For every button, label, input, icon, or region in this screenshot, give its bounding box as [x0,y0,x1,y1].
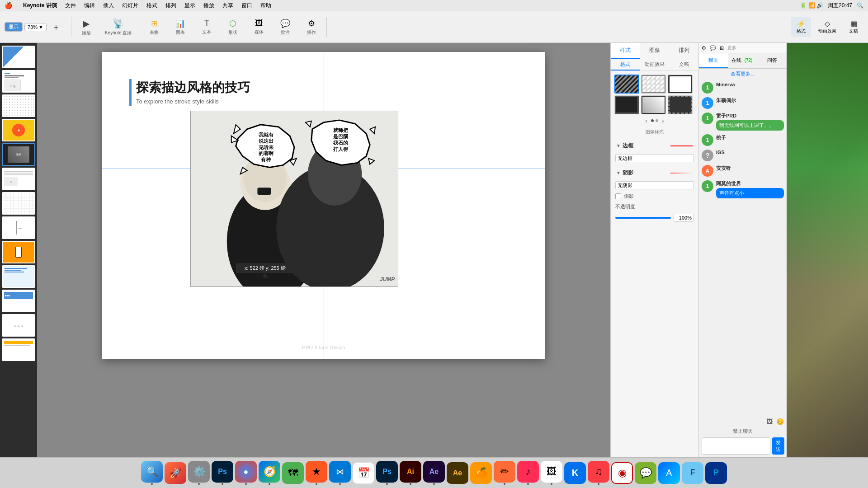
slide-thumb-11[interactable]: ■■■ [2,290,35,312]
menu-share[interactable]: 共享 [222,2,233,9]
chat-image-icon[interactable]: 🖼 [766,418,773,425]
shape-btn[interactable]: ⬡ 形状 [222,17,244,38]
slide-thumb-8[interactable]: — [2,216,35,239]
dock-appstore[interactable]: A [658,462,680,484]
menu-edit[interactable]: 编辑 [84,2,95,9]
keynote-live-btn[interactable]: 📡 Keynote 直播 [101,16,135,38]
chat-tab-qa[interactable]: 问答 [757,53,787,68]
table-btn[interactable]: ⊞ 表格 [143,17,165,38]
menu-play[interactable]: 播放 [203,2,214,9]
menu-slide[interactable]: 幻灯片 [122,2,138,9]
slide-thumb-6[interactable]: ⊞ [2,168,35,190]
border-collapse-btn[interactable]: ▼ [616,143,621,148]
dock-photos[interactable]: 🖼 [541,461,562,485]
reflection-checkbox[interactable] [615,193,621,199]
search-icon[interactable]: 🔍 [857,2,863,9]
dock-ps[interactable]: Ps [212,461,233,485]
chart-btn[interactable]: 📊 图表 [169,17,192,38]
img-sub-animate[interactable]: 动画效果 [640,59,670,70]
comment-btn[interactable]: 💬 批注 [274,17,297,38]
slide-thumb-5[interactable]: 漫画 [2,143,35,166]
view-show-btn[interactable]: 显示 [5,23,22,31]
style-thumb-3[interactable] [668,75,693,94]
see-more-btn[interactable]: 查看更多... [699,69,787,79]
slide-thumb-9[interactable] [2,241,35,263]
slide-thumb-12[interactable]: ▲▲▲ [2,314,35,337]
chat-settings-icon[interactable]: ⚙ [702,45,706,51]
format-tab-btn[interactable]: ⚡ 格式 [791,17,811,37]
play-btn[interactable]: ▶ 播放 [75,16,98,38]
dock-ae[interactable]: Ae [423,461,445,485]
chat-tab-online[interactable]: 在线 (72) [728,53,758,68]
dock-chrome[interactable]: ● [235,461,257,485]
menu-insert[interactable]: 插入 [103,2,114,9]
dock-finder2[interactable]: F [682,462,703,484]
panel-tab-style[interactable]: 样式 [611,43,640,59]
dock-orange[interactable]: 🍊 [470,462,492,484]
slide-title[interactable]: 探索描边风格的技巧 [136,79,250,96]
slide-subtitle[interactable]: To explore the stroke style skills [136,98,250,105]
zoom-control[interactable]: 73% ▼ [24,23,47,31]
chat-send-btn[interactable]: 发送 [772,437,784,455]
img-sub-format[interactable]: 格式 [611,59,640,70]
dock-netease[interactable]: ♫ [588,461,609,485]
apple-menu[interactable]: 🍎 [5,2,12,9]
dock-music[interactable]: ♪ [517,461,539,485]
dock-ai[interactable]: Ai [400,461,421,485]
dock-safari[interactable]: 🧭 [259,461,280,485]
dock-ps2[interactable]: Ps [376,461,398,485]
dock-aero[interactable]: Ae [447,462,468,484]
chat-emoji-icon[interactable]: 😊 [776,418,784,425]
dock-calendar[interactable]: 📅 [353,462,374,484]
dock-maps[interactable]: 🗺 [282,462,304,484]
menu-display[interactable]: 显示 [184,2,195,9]
style-thumb-1[interactable] [614,75,639,94]
shadow-collapse-btn[interactable]: ▼ [616,170,621,175]
chat-input-field[interactable] [702,437,770,455]
img-sub-document[interactable]: 文稿 [669,59,698,70]
disable-chat-btn[interactable]: 禁止聊天 [702,427,784,436]
menu-arrange[interactable]: 排列 [165,2,176,9]
dock-edge[interactable]: ⋈ [329,461,351,485]
chat-chat-icon[interactable]: 💬 [710,45,716,51]
panel-tab-image[interactable]: 图像 [640,43,670,59]
slide-thumb-2[interactable]: img [2,70,35,93]
slide-thumb-4[interactable]: ★ [2,119,35,141]
panel-tab-arrange[interactable]: 排列 [669,43,698,59]
slide-thumb-1[interactable] [2,46,35,68]
manga-image[interactable]: 我就有 说这出 见听来 的著啊 有种 就稀把 是巴陨 我石的 打人得 [190,111,398,287]
nav-next[interactable]: › [660,116,666,125]
dock-paypal[interactable]: P [705,462,727,484]
operate-btn[interactable]: ⚙ 操作 [300,17,323,38]
media-btn[interactable]: 🖼 媒体 [248,17,270,38]
chat-group-icon[interactable]: ⊞ [720,45,724,51]
menu-file[interactable]: 文件 [65,2,76,9]
slide-thumb-7[interactable] [2,192,35,215]
slide-thumb-3[interactable] [2,94,35,117]
opacity-slider[interactable] [615,217,671,219]
shadow-select[interactable]: 无阴影 [615,181,694,189]
view-toggle[interactable]: 显示 [5,22,23,32]
style-thumb-2[interactable] [641,75,666,94]
style-thumb-5[interactable] [641,95,666,114]
opacity-input[interactable] [674,214,694,222]
dock-sysprefs[interactable]: ⚙️ [188,461,210,485]
document-tab-btn[interactable]: ▦ 文稿 [844,17,863,37]
menu-help[interactable]: 帮助 [260,2,271,9]
dock-stars[interactable]: ★ [306,461,327,485]
menu-format[interactable]: 格式 [146,2,157,9]
border-select[interactable]: 无边框 [615,154,694,162]
dock-circle-red[interactable]: ◉ [611,462,633,484]
dock-launchpad[interactable]: 🚀 [165,462,186,484]
menu-app[interactable]: Keynote 讲演 [23,2,57,9]
dock-keynote[interactable]: K [564,462,586,484]
chat-tab-chat[interactable]: 聊天 [699,53,728,68]
dock-wechat[interactable]: 💬 [635,462,656,484]
text-btn[interactable]: T 文本 [195,17,218,38]
slide-thumb-10[interactable] [2,265,35,288]
dock-tool[interactable]: ✏ [494,461,515,485]
style-thumb-4[interactable] [614,95,639,114]
slide-thumb-13[interactable] [2,338,35,361]
style-thumb-6[interactable] [668,95,693,114]
dock-finder[interactable]: 🔍 [141,461,163,485]
